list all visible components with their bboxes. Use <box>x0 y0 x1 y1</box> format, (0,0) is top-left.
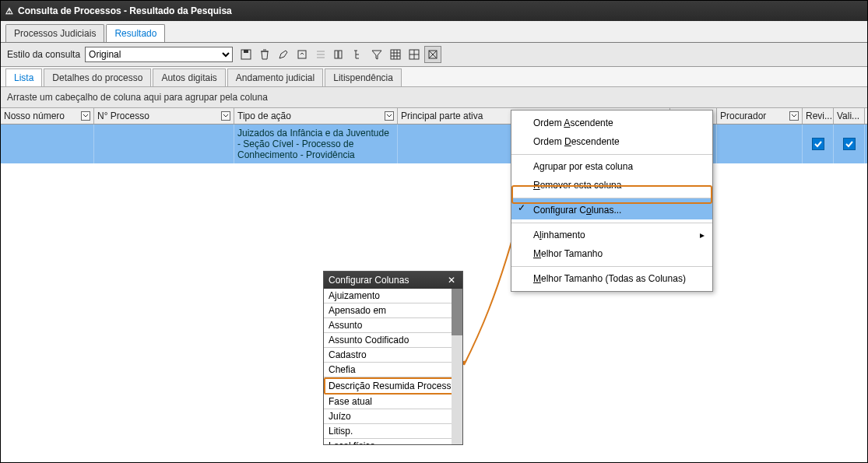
ctx-order-desc[interactable]: Ordem Descendente <box>511 132 712 151</box>
chevron-down-icon[interactable] <box>789 111 799 121</box>
table-row[interactable]: Juizados da Infância e da Juventude - Se… <box>1 125 867 163</box>
filter-icon[interactable] <box>368 46 385 63</box>
grid-icon-1[interactable] <box>387 46 404 63</box>
mid-tabstrip: Lista Detalhes do processo Autos digitai… <box>1 67 867 87</box>
col-nosso-numero[interactable]: Nosso número <box>1 108 94 124</box>
svg-rect-4 <box>339 51 342 58</box>
scrollbar[interactable] <box>452 289 462 444</box>
ctx-best-size[interactable]: Melhor Tamanho <box>511 244 712 263</box>
col-vali[interactable]: Vali... <box>834 108 865 124</box>
fit-icon[interactable] <box>424 46 441 63</box>
ctx-remove-col[interactable]: Remover esta coluna <box>511 176 712 195</box>
chevron-down-icon[interactable] <box>81 111 90 121</box>
app-icon: ⚠ <box>5 6 13 16</box>
columns-icon[interactable] <box>331 46 348 63</box>
col-tipo-acao[interactable]: Tipo de ação <box>234 108 398 124</box>
list-item[interactable]: Ajuizamento <box>324 289 462 303</box>
grid-icon-2[interactable] <box>406 46 423 63</box>
style-select[interactable]: Original <box>85 47 233 62</box>
list-item[interactable]: Assunto <box>324 318 462 333</box>
list-icon[interactable] <box>312 46 329 63</box>
svg-rect-5 <box>391 50 400 59</box>
cell-vali <box>834 125 865 163</box>
col-n-processo[interactable]: N° Processo <box>94 108 234 124</box>
tab-lista[interactable]: Lista <box>5 68 42 86</box>
tab-andamento[interactable]: Andamento judicial <box>227 68 323 86</box>
edit-icon[interactable] <box>275 46 292 63</box>
close-icon[interactable]: ✕ <box>445 274 458 286</box>
ctx-configure-columns[interactable]: Configurar Colunas... <box>511 198 712 219</box>
scroll-thumb[interactable] <box>452 289 462 335</box>
grid-area: Arraste um cabeçalho de coluna aqui para… <box>1 87 867 163</box>
export-icon[interactable] <box>293 46 311 63</box>
list-item[interactable]: Chefia <box>324 363 462 377</box>
tab-resultado[interactable]: Resultado <box>106 24 165 42</box>
chevron-down-icon[interactable] <box>385 111 394 121</box>
list-item[interactable]: Apensado em <box>324 303 462 318</box>
group-hint[interactable]: Arraste um cabeçalho de coluna aqui para… <box>1 87 867 108</box>
toolbar-icons <box>237 46 441 63</box>
list-item[interactable]: Fase atual <box>324 395 462 409</box>
checkbox-checked-icon[interactable] <box>843 138 856 150</box>
dialog-titlebar: Configurar Colunas ✕ <box>324 272 462 289</box>
svg-rect-3 <box>335 51 338 58</box>
tab-autos[interactable]: Autos digitais <box>153 68 225 86</box>
list-item[interactable]: Litisp. <box>324 424 462 439</box>
grid-header-row: Nosso número N° Processo Tipo de ação Pr… <box>1 108 867 125</box>
ctx-group-by[interactable]: Agrupar por esta coluna <box>511 154 712 176</box>
cell-revi <box>803 125 834 163</box>
top-tabstrip: Processos Judiciais Resultado <box>1 21 867 43</box>
cell-nproc <box>94 125 234 163</box>
cell-procurador <box>717 125 803 163</box>
list-item[interactable]: Cadastro <box>324 348 462 363</box>
col-procurador[interactable]: Procurador <box>717 108 803 124</box>
svg-rect-1 <box>244 50 248 53</box>
cell-tipo: Juizados da Infância e da Juventude - Se… <box>234 125 398 163</box>
list-item[interactable]: Assunto Codificado <box>324 333 462 348</box>
chevron-right-icon: ▸ <box>700 230 705 240</box>
trash-icon[interactable] <box>256 46 273 63</box>
chevron-down-icon[interactable] <box>221 111 230 121</box>
tab-processos-judiciais[interactable]: Processos Judiciais <box>5 24 104 42</box>
ctx-best-size-all[interactable]: Melhor Tamanho (Todas as Colunas) <box>511 266 712 288</box>
list-item[interactable]: Local físico <box>324 439 462 444</box>
toolbar: Estilo da consulta Original <box>1 43 867 67</box>
save-icon[interactable] <box>237 46 255 63</box>
tree-icon[interactable] <box>350 46 367 63</box>
cell-nosso <box>1 125 94 163</box>
list-item-descricao-resumida[interactable]: Descrição Resumida Processo <box>324 377 462 395</box>
ctx-order-asc[interactable]: Ordem Ascendente <box>511 114 712 132</box>
style-label: Estilo da consulta <box>7 49 80 60</box>
window-title: Consulta de Processos - Resultado da Pes… <box>18 5 232 16</box>
col-revi[interactable]: Revi... <box>803 108 834 124</box>
dialog-title: Configurar Colunas <box>329 275 409 286</box>
column-list: Ajuizamento Apensado em Assunto Assunto … <box>324 289 462 444</box>
checkbox-checked-icon[interactable] <box>812 138 824 150</box>
tab-detalhes[interactable]: Detalhes do processo <box>44 68 151 86</box>
window-titlebar: ⚠ Consulta de Processos - Resultado da P… <box>1 1 867 21</box>
column-context-menu: Ordem Ascendente Ordem Descendente Agrup… <box>511 110 713 292</box>
svg-rect-2 <box>298 51 306 58</box>
tab-litispendencia[interactable]: Litispendência <box>325 68 402 86</box>
configure-columns-dialog: Configurar Colunas ✕ Ajuizamento Apensad… <box>323 271 463 445</box>
ctx-alignment[interactable]: Alinhamento▸ <box>511 223 712 244</box>
list-item[interactable]: Juízo <box>324 409 462 424</box>
